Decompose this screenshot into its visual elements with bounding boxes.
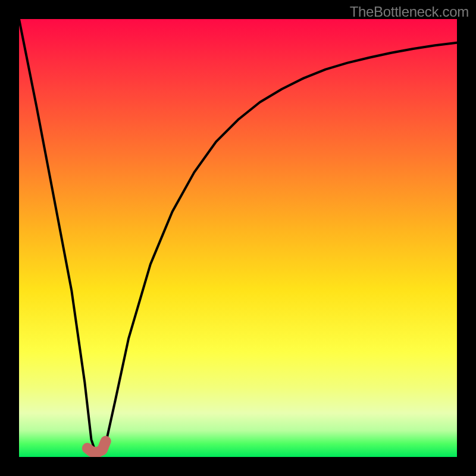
optimal-marker: [87, 441, 106, 453]
watermark-text: TheBottleneck.com: [350, 4, 469, 20]
plot-area: [19, 19, 457, 457]
bottleneck-curve: [19, 19, 457, 457]
curve-line: [19, 19, 457, 453]
chart-frame: TheBottleneck.com: [0, 0, 476, 476]
